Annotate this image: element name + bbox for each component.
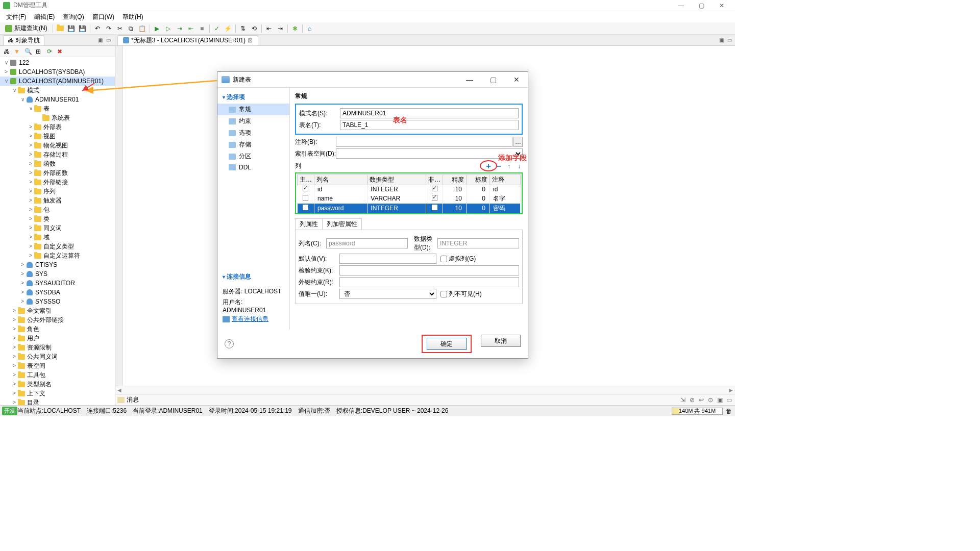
scroll-right-icon[interactable]: ► (727, 387, 735, 394)
tree-node[interactable]: >资源限制 (0, 343, 115, 352)
wrap-icon[interactable]: ↩ (697, 396, 705, 404)
close-button[interactable]: ✕ (712, 0, 732, 11)
expand-icon[interactable]: > (28, 205, 34, 214)
minimize-button[interactable]: — (671, 0, 691, 11)
column-row[interactable]: passwordINTEGER100密码 (298, 204, 521, 213)
debug-icon[interactable]: ▷ (163, 23, 174, 34)
close-conn-icon[interactable]: ✖ (55, 47, 64, 56)
col-name-cell[interactable]: name (314, 194, 368, 204)
col-scale-cell[interactable]: 0 (467, 185, 490, 194)
expand-icon[interactable]: > (28, 150, 34, 159)
object-tree[interactable]: ∨122>LOCALHOST(SYSDBA)∨LOCALHOST(ADMINUS… (0, 57, 115, 405)
expand-icon[interactable]: ∨ (28, 104, 34, 113)
expand-icon[interactable]: > (11, 380, 17, 389)
maximize-icon[interactable]: ▣ (718, 37, 725, 44)
expand-icon[interactable]: ∨ (3, 58, 9, 67)
tab-col-props[interactable]: 列属性 (295, 218, 323, 230)
table-name-input[interactable] (340, 120, 519, 130)
col-scale-cell[interactable]: 0 (467, 194, 490, 204)
editor-scrollbar[interactable]: ◄ ► (115, 386, 735, 394)
tree-node[interactable]: >全文索引 (0, 306, 115, 315)
check-icon[interactable]: ✓ (212, 23, 222, 34)
tree-node[interactable]: ∨模式 (0, 86, 115, 95)
schema-input[interactable] (340, 108, 519, 118)
tree-node[interactable]: >类 (0, 214, 115, 223)
ok-button[interactable]: 确定 (427, 338, 467, 350)
col-header[interactable]: 主… (298, 175, 314, 185)
dialog-titlebar[interactable]: 新建表 — ▢ ✕ (217, 72, 528, 87)
tree-node[interactable]: >域 (0, 233, 115, 242)
tree-node[interactable]: ∨表 (0, 104, 115, 113)
tree-node[interactable]: >LOCALHOST(SYSDBA) (0, 67, 115, 77)
tree-node[interactable]: >自定义运算符 (0, 251, 115, 260)
expand-icon[interactable]: > (11, 315, 17, 324)
col-header[interactable]: 注释 (490, 175, 521, 185)
tree-node[interactable]: >物化视图 (0, 141, 115, 150)
tab-col-encrypt[interactable]: 列加密属性 (322, 218, 362, 230)
coltype-input[interactable] (437, 238, 519, 248)
col-type-cell[interactable]: VARCHAR (368, 194, 426, 204)
dialog-nav-item[interactable]: 分区 (217, 151, 289, 162)
clear-icon[interactable]: ⊘ (688, 396, 696, 404)
refresh-icon[interactable]: ⟳ (45, 47, 54, 56)
tree-node[interactable]: >工具包 (0, 370, 115, 380)
col-note-cell[interactable]: 名字 (490, 194, 521, 204)
tree-node[interactable]: >类型别名 (0, 380, 115, 389)
minimize-icon[interactable]: ▭ (726, 37, 733, 44)
col-name-cell[interactable]: id (314, 185, 368, 194)
column-row[interactable]: idINTEGER100id (298, 185, 521, 194)
options-header[interactable]: 选择项 (217, 91, 289, 104)
check-input[interactable] (339, 265, 519, 276)
note-input[interactable] (336, 137, 512, 147)
expand-icon[interactable]: > (11, 370, 17, 380)
move-up-button[interactable]: ↑ (505, 163, 512, 170)
max-icon[interactable]: ▣ (716, 396, 724, 404)
notnull-checkbox[interactable] (432, 195, 437, 201)
expand-icon[interactable]: > (28, 251, 34, 260)
help-button[interactable]: ? (225, 339, 234, 348)
maximize-icon[interactable]: ▣ (96, 37, 104, 44)
expand-icon[interactable]: > (28, 214, 34, 223)
expand-icon[interactable]: > (11, 324, 17, 334)
step-icon[interactable]: ⇥ (175, 23, 185, 34)
menu-help[interactable]: 帮助(H) (118, 12, 148, 22)
tablespace-select[interactable] (336, 148, 523, 159)
col-note-cell[interactable]: id (490, 185, 521, 194)
col-type-cell[interactable]: INTEGER (368, 185, 426, 194)
dialog-nav-item[interactable]: 选项 (217, 127, 289, 139)
col-type-cell[interactable]: INTEGER (368, 204, 426, 213)
tree-node[interactable]: >自定义类型 (0, 242, 115, 251)
search-icon[interactable]: 🔍 (23, 47, 33, 56)
maximize-button[interactable]: ▢ (691, 0, 712, 11)
menu-window[interactable]: 窗口(W) (88, 12, 118, 22)
tree-node[interactable]: >存储过程 (0, 150, 115, 159)
indent-icon[interactable]: ⇥ (275, 23, 285, 34)
expand-icon[interactable]: > (28, 122, 34, 132)
unique-select[interactable]: 否 (339, 289, 436, 299)
dialog-nav-item[interactable]: DDL (217, 162, 289, 172)
cancel-button[interactable]: 取消 (481, 335, 521, 347)
add-column-button[interactable]: + (485, 163, 492, 170)
rollback-icon[interactable]: ⟲ (249, 23, 259, 34)
tree-node[interactable]: >目录 (0, 398, 115, 405)
editor-tab-active[interactable]: *无标题3 - LOCALHOST(ADMINUSER01) ⊠ (117, 35, 258, 45)
tree-node[interactable]: >角色 (0, 324, 115, 334)
pin-icon[interactable]: ⊙ (706, 396, 715, 404)
expand-icon[interactable]: > (28, 187, 34, 196)
redo-icon[interactable]: ↷ (104, 23, 114, 34)
expand-icon[interactable]: > (11, 343, 17, 352)
pk-checkbox[interactable] (303, 205, 308, 210)
tree-node[interactable]: >表空间 (0, 361, 115, 370)
tree-node[interactable]: >外部链接 (0, 178, 115, 187)
expand-icon[interactable]: ∨ (19, 95, 26, 104)
expand-icon[interactable]: > (19, 260, 26, 269)
expand-icon[interactable]: > (3, 67, 9, 77)
expand-icon[interactable]: > (28, 233, 34, 242)
tree-node[interactable]: >上下文 (0, 389, 115, 398)
expand-icon[interactable]: > (19, 288, 26, 297)
dialog-nav-item[interactable]: 约束 (217, 115, 289, 127)
undo-icon[interactable]: ↶ (92, 23, 103, 34)
note-more-button[interactable]: … (513, 137, 523, 147)
sidebar-tab-objects[interactable]: 🖧 对象导航 (3, 35, 44, 45)
col-prec-cell[interactable]: 10 (443, 204, 467, 213)
